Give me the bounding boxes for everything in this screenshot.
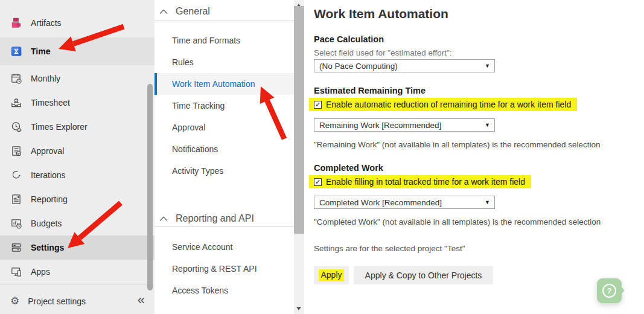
dropdown-value: Completed Work [Recommended] — [319, 198, 442, 207]
settings-icon — [10, 242, 22, 254]
timesheet-icon — [10, 97, 22, 109]
sidebar-item-label: Artifacts — [31, 18, 62, 28]
sidebar-item-label: Budgets — [31, 219, 62, 228]
menu-item-reporting-rest-api[interactable]: Reporting & REST API — [155, 258, 294, 280]
project-scope-note: Settings are for the selected project "T… — [314, 244, 465, 253]
settings-menu: General Time and Formats Rules Work Item… — [155, 0, 294, 314]
help-widget-button[interactable]: ? — [597, 278, 622, 303]
menu-item-notifications[interactable]: Notifications — [155, 138, 294, 160]
menu-divider — [155, 226, 294, 227]
checkbox-label: Enable automatic reduction of remaining … — [326, 100, 571, 109]
sidebar-item-label: Apps — [31, 267, 50, 277]
sidebar-item-iterations[interactable]: Iterations — [0, 163, 155, 187]
chevron-up-icon — [159, 9, 168, 14]
menu-divider — [155, 20, 294, 21]
artifacts-icon — [10, 17, 22, 29]
monthly-calendar-icon — [10, 72, 22, 85]
sidebar-item-label: Reporting — [31, 194, 68, 204]
dropdown-value: Remaining Work [Recommended] — [319, 121, 441, 130]
chevron-down-icon: ▼ — [485, 199, 490, 205]
apply-copy-other-projects-button[interactable]: Apply & Copy to Other Projects — [354, 266, 493, 284]
sidebar-item-label: Iterations — [31, 170, 66, 180]
iterations-icon — [10, 169, 22, 181]
completed-work-note: "Completed Work" (not available in all t… — [314, 217, 601, 226]
completed-work-heading: Completed Work — [314, 163, 383, 173]
completed-work-checkbox-row[interactable]: ✓ Enable filling in total tracked time f… — [309, 175, 531, 188]
menu-item-approval[interactable]: Approval — [155, 117, 294, 138]
remaining-time-checkbox-row[interactable]: ✓ Enable automatic reduction of remainin… — [309, 98, 577, 111]
main-content: Work Item Automation Pace Calculation Se… — [304, 0, 644, 314]
reporting-icon — [10, 193, 22, 205]
menu-item-time-tracking[interactable]: Time Tracking — [155, 95, 294, 117]
times-explorer-icon — [10, 121, 22, 133]
completed-work-field-dropdown[interactable]: Completed Work [Recommended] ▼ — [314, 196, 495, 209]
sidebar-item-label: Times Explorer — [31, 122, 88, 132]
sidebar-item-label: Monthly — [31, 74, 60, 83]
estimated-remaining-time-heading: Estimated Remaining Time — [314, 86, 426, 95]
pace-field-label: Select field used for "estimated effort"… — [314, 48, 451, 57]
remaining-time-checkbox[interactable]: ✓ — [314, 101, 322, 109]
sidebar-item-approval[interactable]: Approval — [0, 139, 155, 163]
menu-section-title: General — [176, 6, 210, 17]
sidebar-item-project-settings[interactable]: ⚙ Project settings — [0, 288, 155, 314]
sidebar-footer-divider — [0, 284, 152, 284]
sidebar-item-reporting[interactable]: Reporting — [0, 187, 155, 211]
completed-work-checkbox[interactable]: ✓ — [314, 178, 322, 186]
app-window: Artifacts Time — [0, 0, 644, 314]
sidebar-item-monthly[interactable]: Monthly — [0, 66, 155, 91]
menu-item-time-and-formats[interactable]: Time and Formats — [155, 30, 294, 51]
menu-item-rules[interactable]: Rules — [155, 51, 294, 73]
dropdown-value: (No Pace Computing) — [319, 62, 398, 71]
sidebar-item-apps[interactable]: Apps — [0, 260, 155, 284]
menu-section-general[interactable]: General — [155, 4, 294, 19]
scroll-down-icon[interactable] — [296, 307, 301, 310]
sidebar-item-times-explorer[interactable]: Times Explorer — [0, 115, 155, 139]
menu-item-service-account[interactable]: Service Account — [155, 236, 294, 258]
menu-item-access-tokens[interactable]: Access Tokens — [155, 280, 294, 301]
sidebar-item-label: Time — [31, 46, 50, 56]
menu-scrollbar[interactable] — [294, 0, 304, 314]
sidebar-item-artifacts[interactable]: Artifacts — [0, 10, 155, 36]
chevron-down-icon: ▼ — [485, 122, 490, 128]
gear-icon: ⚙ — [10, 295, 19, 307]
remaining-work-note: "Remaining Work" (not available in all t… — [314, 140, 601, 149]
sidebar-item-settings[interactable]: Settings — [0, 236, 155, 260]
approval-icon — [10, 145, 22, 157]
menu-item-activity-types[interactable]: Activity Types — [155, 160, 294, 182]
budgets-icon — [10, 217, 22, 229]
pace-field-dropdown[interactable]: (No Pace Computing) ▼ — [314, 59, 495, 72]
chevron-down-icon: ▼ — [485, 63, 490, 69]
apply-button[interactable]: Apply — [314, 266, 349, 284]
sidebar-item-label: Settings — [31, 243, 64, 252]
page-title: Work Item Automation — [314, 7, 448, 21]
sidebar-item-timesheet[interactable]: Timesheet — [0, 91, 155, 115]
sidebar-scrollbar-thumb[interactable] — [147, 84, 153, 290]
sidebar-item-budgets[interactable]: Budgets — [0, 211, 155, 236]
sidebar-item-label: Project settings — [28, 296, 86, 306]
pace-calculation-heading: Pace Calculation — [314, 34, 384, 44]
menu-scrollbar-thumb[interactable] — [294, 6, 304, 234]
left-sidebar: Artifacts Time — [0, 0, 155, 314]
checkbox-label: Enable filling in total tracked time for… — [326, 177, 525, 187]
collapse-sidebar-icon[interactable]: « — [138, 293, 145, 307]
time-icon — [10, 45, 22, 57]
apply-button-label: Apply — [319, 269, 343, 281]
remaining-work-field-dropdown[interactable]: Remaining Work [Recommended] ▼ — [314, 118, 495, 132]
sidebar-item-time[interactable]: Time — [0, 37, 155, 65]
apps-icon — [10, 266, 22, 278]
menu-section-reporting-and-api[interactable]: Reporting and API — [155, 211, 294, 226]
menu-item-work-item-automation[interactable]: Work Item Automation — [155, 73, 294, 95]
sidebar-item-label: Approval — [31, 146, 64, 156]
chevron-up-icon — [159, 216, 168, 222]
sidebar-item-label: Timesheet — [31, 98, 70, 107]
menu-section-title: Reporting and API — [176, 213, 254, 224]
question-mark-icon: ? — [602, 284, 616, 298]
